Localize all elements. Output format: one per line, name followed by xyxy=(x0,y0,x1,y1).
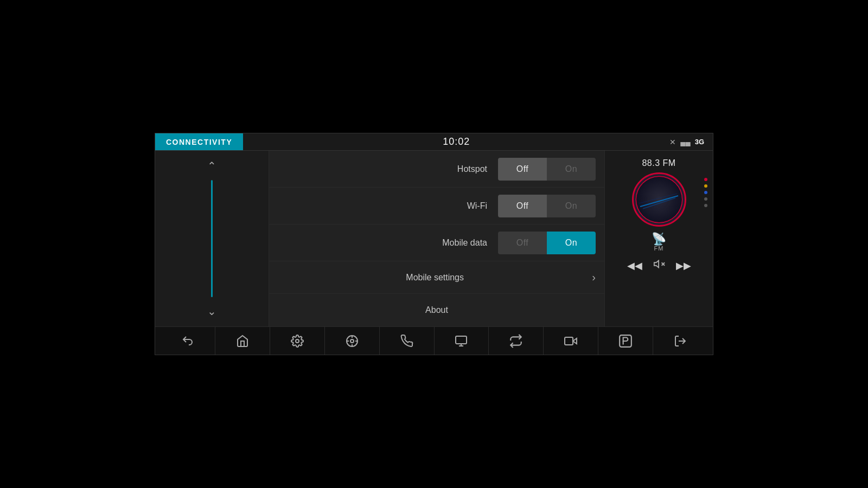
svg-rect-17 xyxy=(565,337,573,345)
mobile-data-on-button[interactable]: On xyxy=(547,232,596,254)
radio-dial[interactable] xyxy=(632,172,686,227)
back-button[interactable] xyxy=(161,327,215,355)
svg-point-7 xyxy=(296,339,299,343)
mobile-data-row: Mobile data Off On xyxy=(269,224,604,261)
header-icons: ✕ ▄▄ 3G xyxy=(669,138,713,146)
wifi-label: Wi-Fi xyxy=(278,201,498,211)
signal-dots xyxy=(704,178,707,207)
svg-point-9 xyxy=(350,339,354,343)
camera-button[interactable] xyxy=(544,327,598,355)
mobile-data-toggle: Off On xyxy=(498,232,596,254)
main-content: ⌃ ⌄ Hotspot Off On Wi-Fi Off On xyxy=(155,151,713,326)
wifi-off-button[interactable]: Off xyxy=(498,195,547,217)
prev-track-button[interactable]: ◀◀ xyxy=(627,260,642,272)
header-title-tab: CONNECTIVITY xyxy=(155,133,243,150)
phone-icon: ✕ xyxy=(669,138,676,146)
radio-controls: ◀◀ ▶▶ xyxy=(627,258,691,273)
mobile-data-off-button[interactable]: Off xyxy=(498,232,547,254)
mute-button[interactable] xyxy=(653,258,665,273)
mobile-settings-label: Mobile settings xyxy=(278,273,592,282)
signal-dot-5 xyxy=(704,204,707,207)
signal-icon: ▄▄ xyxy=(680,138,690,146)
park-assist-button[interactable] xyxy=(598,327,653,355)
media-button[interactable] xyxy=(435,327,489,355)
settings-button[interactable] xyxy=(270,327,325,355)
navigation-button[interactable] xyxy=(325,327,380,355)
hotspot-on-button[interactable]: On xyxy=(547,158,596,181)
about-label: About xyxy=(425,305,448,315)
chevron-right-icon: › xyxy=(592,271,596,284)
svg-rect-14 xyxy=(456,336,467,344)
mobile-settings-row[interactable]: Mobile settings › xyxy=(269,261,604,294)
signal-dot-4 xyxy=(704,197,707,201)
hotspot-label: Hotspot xyxy=(278,164,498,174)
header-title: CONNECTIVITY xyxy=(166,138,232,146)
scroll-up-button[interactable]: ⌃ xyxy=(201,156,223,176)
hotspot-row: Hotspot Off On xyxy=(269,151,604,188)
left-panel: ⌃ ⌄ xyxy=(155,151,269,326)
bottom-nav-bar xyxy=(155,326,713,355)
signal-dot-3 xyxy=(704,191,707,194)
radio-frequency: 88.3 FM xyxy=(642,158,675,168)
connect-button[interactable] xyxy=(489,327,544,355)
signal-dot-2 xyxy=(704,184,707,188)
mobile-data-label: Mobile data xyxy=(278,238,498,248)
network-label: 3G xyxy=(695,138,704,146)
home-button[interactable] xyxy=(215,327,270,355)
scroll-down-button[interactable]: ⌄ xyxy=(201,301,223,321)
svg-point-1 xyxy=(636,177,682,222)
radio-panel: 88.3 FM 📡 xyxy=(604,151,713,326)
hotspot-toggle: Off On xyxy=(498,158,596,181)
center-panel: Hotspot Off On Wi-Fi Off On Mobile data … xyxy=(269,151,604,326)
next-track-button[interactable]: ▶▶ xyxy=(676,260,691,272)
fm-label: FM xyxy=(654,245,664,252)
header-time: 10:02 xyxy=(243,136,669,147)
phone-button[interactable] xyxy=(380,327,435,355)
signal-dot-1 xyxy=(704,178,707,181)
volume-slider[interactable] xyxy=(211,180,213,297)
radio-fm-icon: 📡 FM xyxy=(652,233,666,252)
about-row[interactable]: About xyxy=(269,294,604,326)
header-bar: CONNECTIVITY 10:02 ✕ ▄▄ 3G xyxy=(155,133,713,151)
wifi-row: Wi-Fi Off On xyxy=(269,188,604,224)
exit-button[interactable] xyxy=(653,327,707,355)
wifi-toggle: Off On xyxy=(498,195,596,217)
main-screen: CONNECTIVITY 10:02 ✕ ▄▄ 3G ⌃ ⌄ Hotspot O… xyxy=(155,133,713,355)
fm-waves-icon: 📡 xyxy=(652,233,666,245)
wifi-on-button[interactable]: On xyxy=(547,195,596,217)
hotspot-off-button[interactable]: Off xyxy=(498,158,547,181)
